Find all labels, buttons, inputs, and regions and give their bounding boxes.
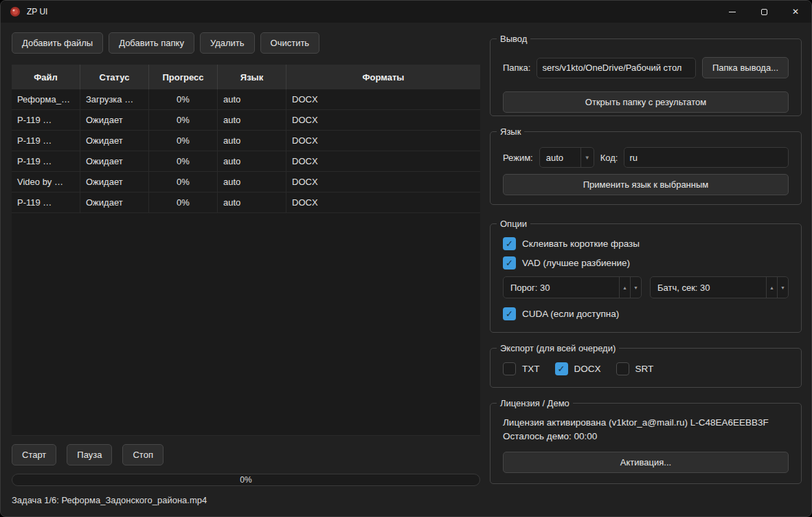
cell-file: Реформа_… — [12, 89, 80, 109]
open-result-folder-button[interactable]: Открыть папку с результатом — [503, 91, 789, 113]
cell-status: Ожидает — [80, 151, 148, 171]
export-txt-checkbox[interactable]: TXT — [503, 362, 540, 375]
maximize-button[interactable] — [748, 1, 780, 23]
cell-language: auto — [217, 110, 286, 130]
spin-up-button[interactable]: ▲ — [766, 277, 777, 298]
spin-down-button[interactable]: ▼ — [777, 277, 788, 298]
transport-controls: Старт Пауза Стоп — [12, 444, 163, 465]
options-group-title: Опции — [497, 218, 530, 230]
overall-progress-bar: 0% — [12, 474, 480, 486]
language-group-title: Язык — [497, 126, 524, 138]
cell-file: Video by … — [12, 172, 80, 192]
file-toolbar: Добавить файлы Добавить папку Удалить Оч… — [12, 32, 319, 54]
license-group: Лицензия / Демо Лицензия активирована (v… — [490, 403, 802, 484]
table-row[interactable]: Реформа_… Загрузка … 0% auto DOCX — [12, 89, 480, 110]
minimize-icon — [729, 12, 736, 12]
activation-button[interactable]: Активация... — [503, 452, 789, 473]
table-row[interactable]: Р-119 … Ожидает 0% auto DOCX — [12, 131, 480, 151]
column-header-formats[interactable]: Форматы — [286, 65, 480, 89]
app-window: ZP UI ✕ Добавить файлы Добавить папку Уд… — [0, 0, 812, 517]
cuda-checkbox[interactable]: CUDA (если доступна) — [503, 307, 789, 320]
export-docx-checkbox[interactable]: DOCX — [555, 362, 601, 375]
close-button[interactable]: ✕ — [780, 1, 811, 23]
start-button[interactable]: Старт — [12, 444, 56, 465]
merge-phrases-label: Склеивать короткие фразы — [522, 239, 640, 249]
table-row[interactable]: Р-119 … Ожидает 0% auto DOCX — [12, 110, 480, 131]
cell-formats: DOCX — [286, 131, 480, 151]
cell-progress: 0% — [148, 110, 217, 130]
spin-down-button[interactable]: ▼ — [630, 277, 641, 298]
cell-language: auto — [217, 131, 286, 151]
stop-button[interactable]: Стоп — [122, 444, 163, 465]
cell-progress: 0% — [148, 89, 217, 109]
cell-formats: DOCX — [286, 192, 480, 212]
progress-label: 0% — [240, 475, 251, 485]
table-empty-area — [12, 213, 480, 435]
cell-status: Ожидает — [80, 131, 148, 151]
cell-formats: DOCX — [286, 110, 480, 130]
add-files-button[interactable]: Добавить файлы — [12, 32, 103, 54]
minimize-button[interactable] — [717, 1, 748, 23]
batch-value: Батч, сек: 30 — [651, 283, 766, 293]
cell-language: auto — [217, 89, 286, 109]
batch-spinbox[interactable]: Батч, сек: 30 ▲ ▼ — [650, 276, 789, 298]
output-folder-button[interactable]: Папка вывода... — [702, 57, 789, 78]
checkbox-checked-icon — [555, 362, 568, 375]
apply-language-button[interactable]: Применить язык к выбранным — [503, 174, 789, 195]
language-mode-select[interactable]: auto ▼ — [539, 147, 594, 168]
cell-file: Р-119 … — [12, 192, 80, 212]
maximize-icon — [761, 9, 767, 15]
export-txt-label: TXT — [522, 364, 540, 374]
clear-button[interactable]: Очистить — [260, 32, 320, 54]
cell-progress: 0% — [148, 151, 217, 171]
demo-remaining-text: Осталось демо: 00:00 — [503, 430, 789, 443]
export-srt-checkbox[interactable]: SRT — [616, 362, 654, 375]
add-folder-button[interactable]: Добавить папку — [109, 32, 194, 54]
cell-file: Р-119 … — [12, 131, 80, 151]
merge-phrases-checkbox[interactable]: Склеивать короткие фразы — [503, 236, 789, 250]
output-folder-input[interactable] — [537, 58, 696, 78]
vad-checkbox[interactable]: VAD (лучшее разбиение) — [503, 256, 789, 270]
app-icon — [10, 6, 21, 17]
vad-label: VAD (лучшее разбиение) — [522, 258, 630, 268]
checkbox-checked-icon — [503, 237, 516, 250]
cell-status: Загрузка … — [80, 89, 148, 109]
queue-table: Файл Статус Прогресс Язык Форматы Реформ… — [12, 65, 480, 436]
spin-up-button[interactable]: ▲ — [619, 277, 630, 298]
column-header-progress[interactable]: Прогресс — [148, 65, 217, 89]
column-header-file[interactable]: Файл — [12, 65, 80, 89]
column-header-language[interactable]: Язык — [217, 65, 286, 89]
cell-progress: 0% — [148, 172, 217, 192]
cell-language: auto — [217, 172, 286, 192]
window-controls: ✕ — [717, 1, 811, 23]
output-group-title: Вывод — [497, 33, 530, 45]
license-status-text: Лицензия активирована (v1ktor_a@mail.ru)… — [503, 416, 789, 430]
cell-status: Ожидает — [80, 192, 148, 212]
pause-button[interactable]: Пауза — [67, 444, 112, 465]
mode-label: Режим: — [503, 153, 533, 163]
folder-label: Папка: — [503, 63, 530, 73]
language-code-input[interactable] — [624, 147, 789, 168]
column-header-status[interactable]: Статус — [80, 65, 148, 89]
checkbox-checked-icon — [503, 256, 516, 270]
delete-button[interactable]: Удалить — [200, 32, 255, 54]
export-group-title: Экспорт (для всей очереди) — [497, 342, 619, 354]
cell-file: Р-119 … — [12, 151, 80, 171]
close-icon: ✕ — [792, 8, 799, 16]
chevron-down-icon: ▼ — [580, 148, 594, 167]
threshold-spinbox[interactable]: Порог: 30 ▲ ▼ — [503, 276, 642, 298]
table-row[interactable]: Р-119 … Ожидает 0% auto DOCX — [12, 151, 480, 172]
table-row[interactable]: Р-119 … Ожидает 0% auto DOCX — [12, 192, 480, 213]
options-group: Опции Склеивать короткие фразы VAD (лучш… — [490, 223, 802, 333]
titlebar: ZP UI ✕ — [1, 1, 811, 23]
cell-progress: 0% — [148, 131, 217, 151]
cell-status: Ожидает — [80, 110, 148, 130]
language-mode-value: auto — [540, 153, 580, 163]
language-group: Язык Режим: auto ▼ Код: Применить язык к… — [490, 131, 802, 205]
output-group: Вывод Папка: Папка вывода... Открыть пап… — [490, 38, 802, 116]
cell-formats: DOCX — [286, 89, 480, 109]
export-srt-label: SRT — [635, 364, 654, 374]
window-title: ZP UI — [27, 7, 47, 16]
cell-language: auto — [217, 192, 286, 212]
table-row[interactable]: Video by … Ожидает 0% auto DOCX — [12, 172, 480, 192]
